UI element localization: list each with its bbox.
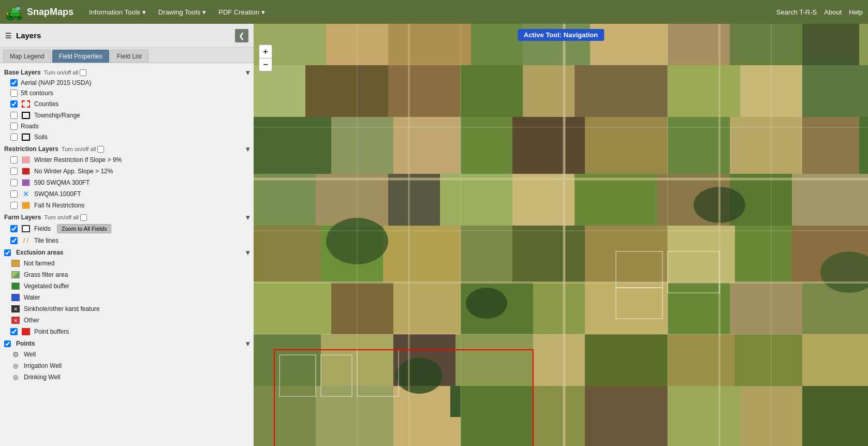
layers-icon: ☰ (5, 32, 12, 40)
layer-roads-checkbox[interactable] (10, 123, 18, 130)
layer-drinking-well: ◎ Drinking Well (2, 371, 252, 383)
layer-soils-checkbox[interactable] (10, 133, 18, 141)
svg-rect-35 (585, 117, 668, 174)
svg-rect-65 (585, 283, 668, 334)
svg-point-95 (396, 358, 443, 394)
layer-fields-checkbox[interactable] (10, 225, 18, 232)
sidebar-tabs: Map Legend Field Properties Field List (0, 48, 254, 63)
svg-rect-50 (254, 226, 321, 283)
svg-rect-56 (668, 226, 735, 283)
svg-rect-21 (305, 65, 388, 117)
help-link[interactable]: Help (849, 8, 863, 16)
exclusion-areas-collapse-arrow[interactable]: ▾ (246, 248, 249, 257)
layer-no-winter-slope12-label: No Winter App. Slope > 12% (34, 168, 113, 175)
collapse-sidebar-button[interactable]: ❮ (235, 29, 248, 42)
farm-layers-label: Farm Layers (4, 214, 41, 221)
svg-rect-37 (730, 117, 802, 174)
farm-layers-toggle-checkbox[interactable] (80, 214, 87, 221)
app-logo[interactable]: SnapMaps (5, 3, 73, 21)
zoom-out-button[interactable]: − (259, 58, 272, 71)
drawing-tools-menu[interactable]: Drawing Tools ▾ (153, 5, 211, 19)
svg-rect-20 (254, 65, 305, 117)
svg-rect-86 (668, 386, 740, 446)
base-layers-section-header: Base Layers Turn on/off all ▾ (2, 66, 252, 78)
layer-tile-lines-checkbox[interactable] (10, 237, 18, 244)
about-link[interactable]: About (824, 8, 842, 16)
layer-aerial-checkbox[interactable] (10, 79, 18, 86)
no-winter-slope12-icon (21, 167, 31, 175)
layer-contours-checkbox[interactable] (10, 90, 18, 97)
base-layers-toggle-checkbox[interactable] (80, 69, 86, 76)
nav-right-links: Search T-R-S About Help (776, 8, 863, 16)
zoom-in-button[interactable]: + (259, 44, 272, 58)
layer-drinking-well-label: Drinking Well (24, 374, 60, 381)
svg-rect-28 (802, 65, 868, 117)
svg-rect-70 (254, 334, 321, 386)
layer-590swqma-checkbox[interactable] (10, 179, 18, 186)
tab-field-list[interactable]: Field List (110, 50, 149, 63)
base-layers-label: Base Layers (4, 69, 41, 76)
layer-fall-n-checkbox[interactable] (10, 202, 18, 209)
tab-field-properties[interactable]: Field Properties (52, 50, 109, 63)
dropdown-arrow-icon: ▾ (261, 8, 265, 16)
svg-rect-33 (461, 117, 512, 174)
sidebar-title: Layers (16, 31, 231, 40)
restriction-layers-toggle-all: Turn on/off all (62, 146, 105, 153)
layer-fall-n-label: Fall N Restrictions (34, 202, 84, 209)
svg-rect-62 (393, 283, 461, 334)
irrigation-well-icon: ◎ (10, 362, 21, 370)
svg-rect-61 (331, 283, 393, 334)
base-layers-collapse-arrow[interactable]: ▾ (246, 68, 249, 77)
svg-rect-12 (388, 24, 471, 65)
svg-rect-52 (383, 226, 461, 283)
layer-winter-slope9-checkbox[interactable] (10, 156, 18, 163)
dropdown-arrow-icon: ▾ (142, 8, 146, 16)
svg-rect-64 (533, 283, 585, 334)
zoom-to-all-fields-button[interactable]: Zoom to All Fields (57, 224, 111, 233)
layer-soils: Soils (2, 131, 252, 143)
layer-winter-slope9-label: Winter Restriction if Slope > 9% (34, 156, 122, 163)
layer-swqma1000-checkbox[interactable] (10, 190, 18, 198)
layer-counties-checkbox[interactable] (10, 100, 18, 108)
svg-rect-84 (533, 386, 585, 446)
layer-township-checkbox[interactable] (10, 112, 18, 119)
map-area[interactable]: Active Tool: Navigation + − (254, 24, 868, 446)
svg-rect-31 (331, 117, 393, 174)
svg-rect-77 (735, 334, 802, 386)
svg-point-8 (7, 13, 9, 15)
svg-point-3 (18, 16, 20, 19)
restriction-layers-collapse-arrow[interactable]: ▾ (246, 145, 249, 153)
restriction-layers-toggle-checkbox[interactable] (97, 146, 104, 153)
svg-rect-54 (512, 226, 585, 283)
search-trs-link[interactable]: Search T-R-S (776, 8, 817, 16)
tab-map-legend[interactable]: Map Legend (3, 50, 51, 63)
active-tool-badge: Active Tool: Navigation (518, 29, 605, 41)
points-master-checkbox[interactable] (4, 340, 11, 347)
township-icon (21, 111, 31, 120)
layer-well-label: Well (24, 351, 36, 358)
not-farmed-icon (10, 259, 21, 267)
farm-layers-collapse-arrow[interactable]: ▾ (246, 213, 249, 221)
layer-point-buffers-label: Point buffers (34, 328, 69, 335)
svg-rect-81 (316, 386, 393, 446)
svg-rect-40 (254, 174, 316, 226)
svg-rect-73 (455, 334, 533, 386)
layer-no-winter-slope12-checkbox[interactable] (10, 168, 18, 175)
exclusion-areas-master-checkbox[interactable] (4, 249, 11, 256)
layer-point-buffers: Point buffers (2, 326, 252, 337)
info-tools-menu[interactable]: Information Tools ▾ (84, 5, 151, 19)
layer-swqma1000-label: SWQMA 1000FT (34, 190, 81, 198)
layer-fall-n: Fall N Restrictions (2, 200, 252, 211)
points-collapse-arrow[interactable]: ▾ (246, 339, 249, 348)
svg-rect-17 (730, 24, 802, 65)
svg-rect-45 (575, 174, 657, 226)
svg-rect-6 (17, 7, 20, 10)
app-name: SnapMaps (27, 7, 73, 18)
layer-point-buffers-checkbox[interactable] (10, 328, 18, 335)
restriction-layers-label: Restriction Layers (4, 145, 58, 153)
layer-sinkhole-label: Sinkhole/other karst feature (24, 305, 100, 313)
layer-contours: 5ft contours (2, 88, 252, 98)
layer-tile-lines: / / Tile lines (2, 235, 252, 246)
pdf-creation-menu[interactable]: PDF Creation ▾ (213, 5, 270, 19)
svg-rect-22 (388, 65, 461, 117)
